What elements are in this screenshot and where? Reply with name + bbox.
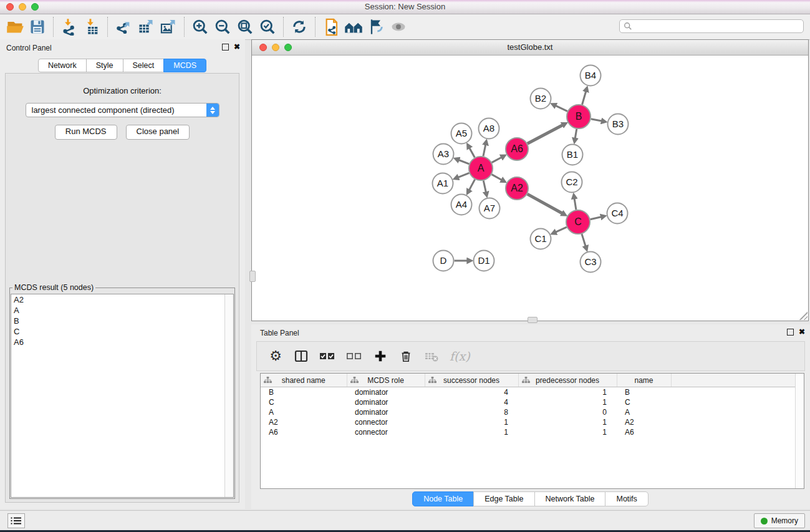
splitter-grip[interactable] <box>528 317 538 323</box>
edge-B-B1[interactable] <box>575 129 576 138</box>
show-hide-panels-eye-icon[interactable] <box>387 16 410 37</box>
edge-C-C2[interactable] <box>574 198 576 210</box>
tab-network[interactable]: Network <box>38 59 87 72</box>
edge-A-A8[interactable] <box>483 145 486 156</box>
create-column-plus-icon[interactable] <box>373 348 388 364</box>
result-scrollbar[interactable] <box>224 294 233 497</box>
cell[interactable]: 4 <box>425 387 518 398</box>
cell[interactable]: B <box>617 387 671 398</box>
tab-edge-table[interactable]: Edge Table <box>473 491 534 506</box>
tab-node-table[interactable]: Node Table <box>412 491 474 506</box>
edge-C-C3[interactable] <box>582 234 586 246</box>
edge-A-A7[interactable] <box>483 181 486 193</box>
mcds-result-item[interactable]: A6 <box>11 337 233 347</box>
help-icon[interactable] <box>365 16 387 37</box>
network-home-icon[interactable] <box>342 16 365 37</box>
search-input[interactable] <box>619 19 804 33</box>
table-row[interactable]: A6connector11A6 <box>261 427 797 437</box>
cell[interactable]: 8 <box>425 407 518 417</box>
column-header-predecessor-nodes[interactable]: predecessor nodes <box>518 374 617 387</box>
edge-A-A3[interactable] <box>459 160 470 163</box>
column-header-successor-nodes[interactable]: successor nodes <box>425 374 518 387</box>
float-panel-icon[interactable] <box>787 329 794 336</box>
close-panel-icon[interactable]: ✖ <box>234 43 240 51</box>
edge-A-A2[interactable] <box>492 175 502 180</box>
edge-C-C1[interactable] <box>556 227 567 232</box>
edge-A6-B[interactable] <box>528 125 563 143</box>
import-table-icon[interactable] <box>80 16 103 37</box>
tab-network-table[interactable]: Network Table <box>534 491 606 506</box>
save-session-icon[interactable] <box>26 16 49 37</box>
cell[interactable]: connector <box>347 417 425 427</box>
import-network-icon[interactable] <box>58 16 80 37</box>
column-header-shared-name[interactable]: shared name <box>261 374 347 387</box>
edge-A-A1[interactable] <box>458 173 470 177</box>
table-settings-gear-icon[interactable]: ⚙ <box>268 348 283 364</box>
cell[interactable]: 1 <box>518 397 617 407</box>
select-all-columns-icon[interactable] <box>319 348 335 364</box>
column-header-MCDS-role[interactable]: MCDS role <box>347 374 425 387</box>
table-row[interactable]: Adominator80A <box>261 407 797 417</box>
cell[interactable]: dominator <box>347 397 425 407</box>
cell[interactable]: 1 <box>425 427 518 437</box>
edge-B-B4[interactable] <box>582 91 586 104</box>
run-mcds-button[interactable]: Run MCDS <box>55 125 117 140</box>
edge-B-B2[interactable] <box>556 105 567 111</box>
close-panel-button[interactable]: Close panel <box>126 125 190 140</box>
memory-button[interactable]: Memory <box>754 513 805 528</box>
table-row[interactable]: Cdominator41C <box>261 397 797 407</box>
splitter-grip[interactable] <box>249 271 256 282</box>
edge-A-A5[interactable] <box>470 148 475 157</box>
cell[interactable]: A2 <box>617 417 671 427</box>
unselect-all-columns-icon[interactable] <box>346 348 362 364</box>
export-table-icon[interactable] <box>135 16 157 37</box>
mcds-result-list[interactable]: A2ABCA6 <box>11 294 234 498</box>
cell[interactable]: A <box>617 407 671 417</box>
cell[interactable]: 1 <box>518 417 617 427</box>
column-header-name[interactable]: name <box>617 374 671 387</box>
cell[interactable]: 0 <box>518 407 617 417</box>
cell[interactable]: 1 <box>518 427 617 437</box>
new-network-from-selection-icon[interactable] <box>320 16 342 37</box>
edge-A-A6[interactable] <box>492 157 502 162</box>
export-image-icon[interactable] <box>157 16 180 37</box>
cell[interactable]: dominator <box>347 407 425 417</box>
tab-select[interactable]: Select <box>123 59 165 72</box>
cell[interactable]: A6 <box>617 427 671 437</box>
delete-columns-trash-icon[interactable] <box>398 348 413 364</box>
apply-layout-icon[interactable] <box>288 16 311 37</box>
table-row[interactable]: Bdominator41B <box>261 387 797 398</box>
network-window-titlebar[interactable]: testGlobe.txt <box>252 40 808 56</box>
cell[interactable]: C <box>261 397 347 407</box>
mcds-result-item[interactable]: C <box>11 326 233 337</box>
export-network-icon[interactable] <box>112 16 135 37</box>
close-panel-icon[interactable]: ✖ <box>799 328 805 336</box>
cell[interactable]: C <box>617 397 671 407</box>
cell[interactable]: B <box>261 387 347 398</box>
edge-B-B3[interactable] <box>591 119 602 121</box>
edge-A2-C[interactable] <box>528 194 562 213</box>
cell[interactable]: A <box>261 407 347 417</box>
table-scrollbar[interactable] <box>795 374 804 488</box>
float-panel-icon[interactable] <box>222 44 229 51</box>
zoom-out-icon[interactable] <box>211 16 234 37</box>
zoom-in-icon[interactable] <box>189 16 211 37</box>
criterion-dropdown[interactable]: largest connected component (directed) <box>26 103 219 117</box>
cell[interactable]: 1 <box>425 417 518 427</box>
cell[interactable]: A2 <box>261 417 347 427</box>
cell[interactable]: 4 <box>425 397 518 407</box>
edge-C-C4[interactable] <box>591 217 602 220</box>
tab-mcds[interactable]: MCDS <box>163 59 206 72</box>
cell[interactable]: A6 <box>261 427 347 437</box>
cell[interactable]: connector <box>347 427 425 437</box>
zoom-fit-icon[interactable] <box>234 16 256 37</box>
tab-style[interactable]: Style <box>86 59 123 72</box>
tab-motifs[interactable]: Motifs <box>605 491 648 506</box>
cell[interactable]: dominator <box>347 387 425 398</box>
zoom-selected-icon[interactable] <box>256 16 279 37</box>
edge-A-A4[interactable] <box>469 180 475 190</box>
open-session-icon[interactable] <box>4 16 26 37</box>
table-row[interactable]: A2connector11A2 <box>261 417 797 427</box>
cell[interactable]: 1 <box>518 387 617 398</box>
mcds-result-item[interactable]: B <box>11 316 233 326</box>
